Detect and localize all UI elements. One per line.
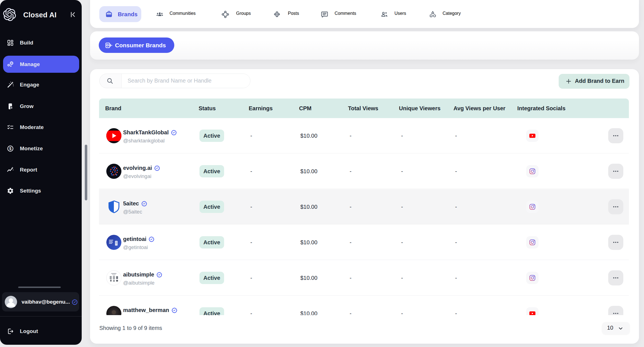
svg-text:$: $ xyxy=(9,146,11,151)
